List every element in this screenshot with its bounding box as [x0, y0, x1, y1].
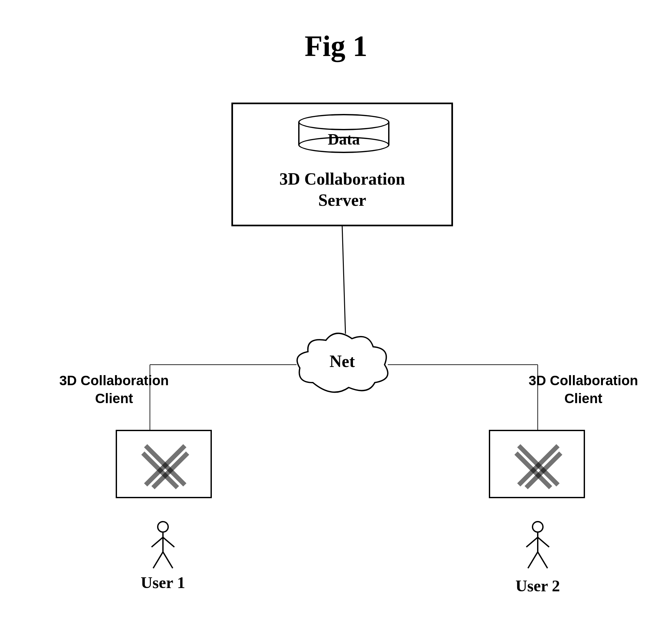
- svg-line-10: [163, 552, 173, 568]
- client-right-title-line2: Client: [515, 391, 652, 406]
- user-1-icon: [147, 521, 179, 570]
- client-left-title-line1: 3D Collaboration: [46, 373, 183, 389]
- user-2-label: User 2: [489, 576, 587, 595]
- svg-line-0: [342, 226, 346, 334]
- svg-point-11: [533, 522, 543, 532]
- client-left-box: [116, 430, 212, 498]
- user-1-label: User 1: [114, 573, 212, 592]
- svg-line-16: [538, 552, 548, 568]
- svg-line-7: [151, 537, 163, 547]
- diagram-canvas: Fig 1 Data 3D Collaboration Server Net: [0, 0, 672, 619]
- svg-point-5: [158, 522, 168, 532]
- client-right-x-icon: [519, 446, 558, 485]
- connector-lines: [0, 0, 672, 619]
- client-right-box: [489, 430, 585, 498]
- svg-line-13: [526, 537, 538, 547]
- svg-line-8: [163, 537, 174, 547]
- client-left-title-line2: Client: [46, 391, 183, 406]
- svg-line-15: [528, 552, 538, 568]
- client-left-x-icon: [146, 446, 185, 485]
- svg-line-9: [153, 552, 163, 568]
- client-right-title-line1: 3D Collaboration: [515, 373, 652, 389]
- user-2-icon: [522, 521, 554, 570]
- svg-line-14: [538, 537, 549, 547]
